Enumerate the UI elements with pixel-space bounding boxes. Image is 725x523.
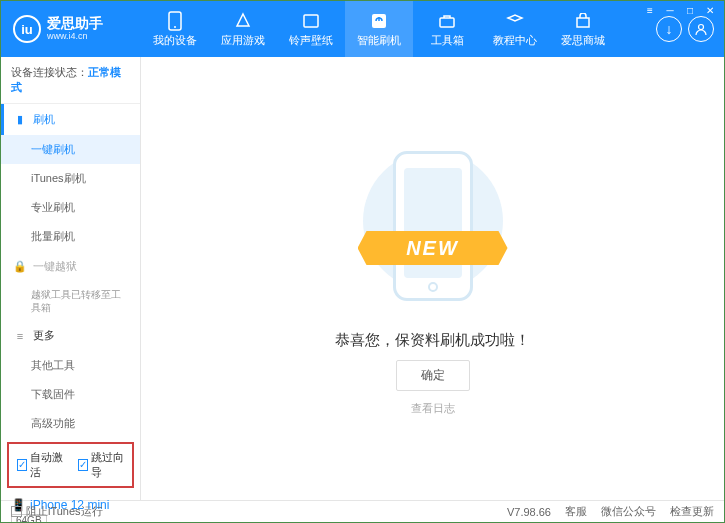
svg-rect-4 <box>440 18 454 27</box>
phone-small-icon: ▮ <box>13 113 27 126</box>
store-icon <box>573 11 593 31</box>
wallpaper-icon <box>301 11 321 31</box>
tab-ringtones[interactable]: 铃声壁纸 <box>277 1 345 57</box>
svg-point-6 <box>699 25 704 30</box>
success-message: 恭喜您，保资料刷机成功啦！ <box>335 331 530 350</box>
checkbox-block-itunes[interactable] <box>11 506 22 517</box>
sidebar-item-other-tools[interactable]: 其他工具 <box>1 351 140 380</box>
tab-label: 工具箱 <box>431 33 464 48</box>
tab-label: 爱思商城 <box>561 33 605 48</box>
tab-my-device[interactable]: 我的设备 <box>141 1 209 57</box>
sidebar-item-pro-flash[interactable]: 专业刷机 <box>1 193 140 222</box>
close-icon[interactable]: ✕ <box>702 3 718 17</box>
view-log-link[interactable]: 查看日志 <box>411 401 455 416</box>
logo-icon: iu <box>13 15 41 43</box>
sidebar-item-itunes-flash[interactable]: iTunes刷机 <box>1 164 140 193</box>
tab-store[interactable]: 爱思商城 <box>549 1 617 57</box>
tab-label: 教程中心 <box>493 33 537 48</box>
svg-point-1 <box>174 26 176 28</box>
main-content: NEW 恭喜您，保资料刷机成功啦！ 确定 查看日志 <box>141 57 724 500</box>
sidebar-item-oneclick-flash[interactable]: 一键刷机 <box>1 135 140 164</box>
new-banner: NEW <box>358 231 508 265</box>
sidebar-group-label: 更多 <box>33 328 55 343</box>
sidebar-group-jailbreak[interactable]: 🔒 一键越狱 <box>1 251 140 282</box>
check-update-link[interactable]: 检查更新 <box>670 504 714 519</box>
tab-tutorials[interactable]: 教程中心 <box>481 1 549 57</box>
tab-label: 铃声壁纸 <box>289 33 333 48</box>
service-link[interactable]: 客服 <box>565 504 587 519</box>
sidebar-group-flash[interactable]: ▮ 刷机 <box>1 104 140 135</box>
checkbox-icon: ✓ <box>78 459 88 471</box>
toolbox-icon <box>437 11 457 31</box>
tab-toolbox[interactable]: 工具箱 <box>413 1 481 57</box>
checkbox-label: 跳过向导 <box>91 450 125 480</box>
tab-label: 应用游戏 <box>221 33 265 48</box>
sidebar-group-more[interactable]: ≡ 更多 <box>1 320 140 351</box>
menu-icon[interactable]: ≡ <box>642 3 658 17</box>
flash-icon <box>369 11 389 31</box>
svg-rect-2 <box>304 15 318 27</box>
sidebar-item-download-firmware[interactable]: 下载固件 <box>1 380 140 409</box>
download-button[interactable]: ↓ <box>656 16 682 42</box>
tab-label: 我的设备 <box>153 33 197 48</box>
nav-tabs: 我的设备 应用游戏 铃声壁纸 智能刷机 工具箱 教程中心 爱思商城 <box>141 1 656 57</box>
checkbox-label: 自动激活 <box>30 450 64 480</box>
sidebar-item-batch-flash[interactable]: 批量刷机 <box>1 222 140 251</box>
block-itunes-label: 阻止iTunes运行 <box>26 504 103 519</box>
user-button[interactable] <box>688 16 714 42</box>
sidebar-group-label: 一键越狱 <box>33 259 77 274</box>
tab-flash[interactable]: 智能刷机 <box>345 1 413 57</box>
tab-label: 智能刷机 <box>357 33 401 48</box>
checkbox-icon: ✓ <box>17 459 27 471</box>
checkbox-auto-activate[interactable]: ✓ 自动激活 <box>17 450 64 480</box>
connection-status: 设备连接状态：正常模式 <box>1 57 140 104</box>
app-title: 爱思助手 <box>47 16 103 31</box>
version-label: V7.98.66 <box>507 506 551 518</box>
minimize-icon[interactable]: ─ <box>662 3 678 17</box>
confirm-button[interactable]: 确定 <box>396 360 470 391</box>
sidebar: 设备连接状态：正常模式 ▮ 刷机 一键刷机 iTunes刷机 专业刷机 批量刷机… <box>1 57 141 500</box>
list-icon: ≡ <box>13 330 27 342</box>
app-header: iu 爱思助手 www.i4.cn 我的设备 应用游戏 铃声壁纸 智能刷机 工具… <box>1 1 724 57</box>
wechat-link[interactable]: 微信公众号 <box>601 504 656 519</box>
phone-illustration: NEW <box>363 141 503 321</box>
svg-rect-5 <box>577 18 589 27</box>
phone-icon <box>165 11 185 31</box>
checkbox-skip-setup[interactable]: ✓ 跳过向导 <box>78 450 125 480</box>
sidebar-group-label: 刷机 <box>33 112 55 127</box>
logo-area: iu 爱思助手 www.i4.cn <box>1 15 141 43</box>
tutorial-icon <box>505 11 525 31</box>
sidebar-item-advanced[interactable]: 高级功能 <box>1 409 140 438</box>
conn-label: 设备连接状态： <box>11 66 88 78</box>
lock-icon: 🔒 <box>13 260 27 273</box>
maximize-icon[interactable]: □ <box>682 3 698 17</box>
tab-apps[interactable]: 应用游戏 <box>209 1 277 57</box>
jailbreak-note: 越狱工具已转移至工具箱 <box>1 282 140 320</box>
app-url: www.i4.cn <box>47 32 103 42</box>
options-highlighted-box: ✓ 自动激活 ✓ 跳过向导 <box>7 442 134 488</box>
apps-icon <box>233 11 253 31</box>
